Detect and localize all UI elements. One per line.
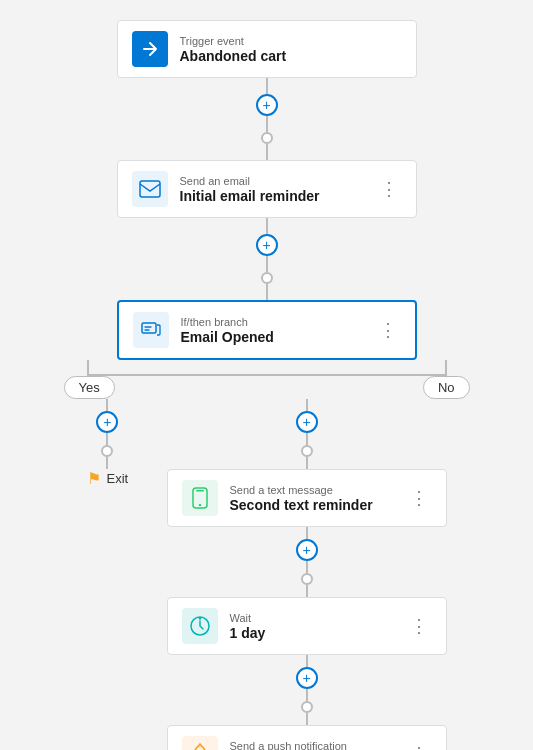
sms-menu-btn[interactable]: ⋮ <box>406 485 432 511</box>
flow-container: Trigger event Abandoned cart + Send an e… <box>0 0 533 750</box>
vline <box>445 360 447 374</box>
vline <box>266 144 268 160</box>
wait-card[interactable]: Wait 1 day ⋮ <box>167 597 447 655</box>
branch-icon <box>133 312 169 348</box>
svg-rect-3 <box>196 490 204 492</box>
vline <box>266 116 268 132</box>
svg-point-7 <box>198 743 200 745</box>
no-branch-top <box>445 360 447 374</box>
push-label: Send a push notification <box>230 740 406 751</box>
add-step-btn-1[interactable]: + <box>256 94 278 116</box>
trigger-card[interactable]: Trigger event Abandoned cart <box>117 20 417 78</box>
yes-branch: + ⚑ Exit <box>87 399 129 488</box>
yes-branch-top <box>87 360 89 374</box>
branch-title: Email Opened <box>181 329 375 345</box>
sms-title: Second text reminder <box>230 497 406 513</box>
yes-label[interactable]: Yes <box>64 376 115 399</box>
email-menu-btn[interactable]: ⋮ <box>376 176 402 202</box>
svg-point-6 <box>198 617 200 619</box>
sms-icon <box>182 480 218 516</box>
email-title: Initial email reminder <box>180 188 376 204</box>
branch-label-text: If/then branch <box>181 316 375 328</box>
push-icon <box>182 736 218 750</box>
add-no-step-btn[interactable]: + <box>296 411 318 433</box>
vline <box>87 360 89 374</box>
exit-left: ⚑ Exit <box>87 469 129 488</box>
vline <box>306 655 308 667</box>
push-menu-btn[interactable]: ⋮ <box>406 741 432 750</box>
add-yes-step-btn[interactable]: + <box>96 411 118 433</box>
email-icon <box>132 171 168 207</box>
vline <box>266 78 268 94</box>
sms-card[interactable]: Send a text message Second text reminder… <box>167 469 447 527</box>
branch-split-area: Yes No + ⚑ Exit + <box>22 360 512 750</box>
circle-node <box>301 445 313 457</box>
vline <box>266 218 268 234</box>
exit-left-label: Exit <box>107 471 129 486</box>
branch-menu-btn[interactable]: ⋮ <box>375 317 401 343</box>
vline <box>306 713 308 725</box>
vline <box>306 527 308 539</box>
wait-title: 1 day <box>230 625 406 641</box>
add-step-btn-2[interactable]: + <box>256 234 278 256</box>
circle-node <box>301 573 313 585</box>
circle-node <box>301 701 313 713</box>
trigger-title: Abandoned cart <box>180 48 402 64</box>
vline <box>306 433 308 445</box>
trigger-icon <box>132 31 168 67</box>
branch-hline <box>87 374 447 376</box>
connector-1: + <box>256 78 278 160</box>
no-label[interactable]: No <box>423 376 470 399</box>
circle-node <box>261 272 273 284</box>
circle-node <box>261 132 273 144</box>
vline <box>266 284 268 300</box>
branch-card[interactable]: If/then branch Email Opened ⋮ <box>117 300 417 360</box>
vline <box>106 457 108 469</box>
wait-label: Wait <box>230 612 406 624</box>
add-after-wait-btn[interactable]: + <box>296 667 318 689</box>
wait-icon <box>182 608 218 644</box>
add-after-sms-btn[interactable]: + <box>296 539 318 561</box>
vline <box>306 585 308 597</box>
vline <box>306 399 308 411</box>
vline <box>106 399 108 411</box>
trigger-label: Trigger event <box>180 35 402 47</box>
sms-label: Send a text message <box>230 484 406 496</box>
circle-node <box>101 445 113 457</box>
svg-rect-1 <box>142 323 156 333</box>
vline <box>306 689 308 701</box>
no-branch: + Send a text message Seco <box>167 399 447 750</box>
svg-rect-0 <box>140 181 160 197</box>
vline <box>266 256 268 272</box>
vline <box>106 433 108 445</box>
email-card[interactable]: Send an email Initial email reminder ⋮ <box>117 160 417 218</box>
vline <box>306 457 308 469</box>
connector-2: + <box>256 218 278 300</box>
email-label: Send an email <box>180 175 376 187</box>
svg-point-4 <box>198 504 200 506</box>
vline <box>306 561 308 573</box>
wait-menu-btn[interactable]: ⋮ <box>406 613 432 639</box>
push-card[interactable]: Send a push notification Final push noti… <box>167 725 447 750</box>
flag-icon-left: ⚑ <box>87 469 101 488</box>
